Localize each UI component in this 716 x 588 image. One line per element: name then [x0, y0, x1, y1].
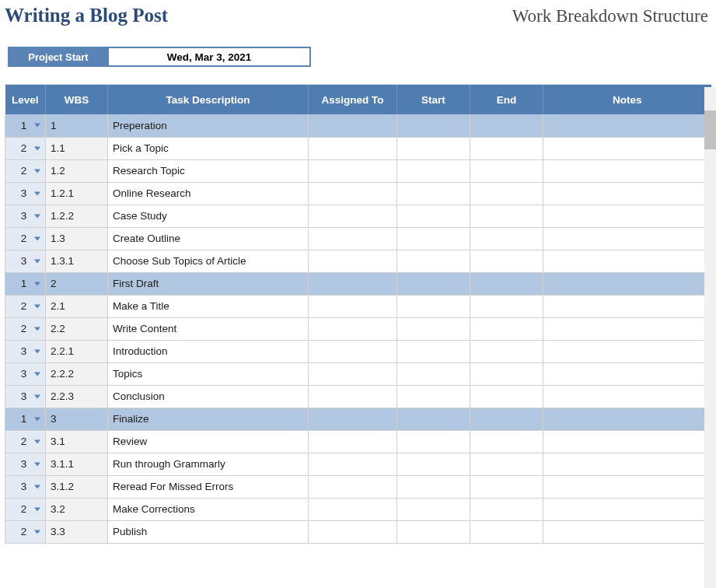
wbs-cell[interactable]: 3	[46, 408, 108, 430]
assigned-to-cell[interactable]	[309, 295, 397, 317]
start-cell[interactable]	[397, 317, 470, 340]
notes-cell[interactable]	[543, 159, 711, 182]
level-cell[interactable]: 1	[5, 114, 46, 137]
table-row[interactable]: 23.1Review	[5, 430, 711, 453]
wbs-cell[interactable]: 2.1	[46, 295, 108, 317]
assigned-to-cell[interactable]	[309, 317, 397, 340]
notes-cell[interactable]	[543, 272, 711, 295]
task-description-cell[interactable]: Write Content	[108, 317, 309, 340]
wbs-cell[interactable]: 2.2.3	[46, 385, 108, 408]
col-header-wbs[interactable]: WBS	[46, 85, 108, 114]
table-row[interactable]: 22.2Write Content	[5, 317, 711, 340]
start-cell[interactable]	[397, 385, 470, 408]
dropdown-arrow-icon[interactable]	[34, 439, 40, 443]
dropdown-arrow-icon[interactable]	[34, 530, 40, 534]
wbs-cell[interactable]: 2.2.1	[46, 340, 108, 362]
col-header-level[interactable]: Level	[5, 85, 46, 114]
notes-cell[interactable]	[543, 385, 711, 408]
wbs-cell[interactable]: 1	[46, 114, 108, 137]
dropdown-arrow-icon[interactable]	[34, 485, 40, 488]
level-cell[interactable]: 3	[5, 475, 46, 498]
col-header-end[interactable]: End	[470, 85, 543, 114]
end-cell[interactable]	[470, 250, 543, 272]
task-description-cell[interactable]: Finalize	[108, 408, 309, 430]
task-description-cell[interactable]: Review	[108, 430, 309, 453]
end-cell[interactable]	[470, 362, 543, 385]
dropdown-arrow-icon[interactable]	[34, 304, 40, 308]
table-row[interactable]: 32.2.2Topics	[5, 362, 711, 385]
end-cell[interactable]	[470, 295, 543, 317]
notes-cell[interactable]	[543, 430, 711, 453]
dropdown-arrow-icon[interactable]	[34, 394, 40, 398]
notes-cell[interactable]	[543, 453, 711, 475]
assigned-to-cell[interactable]	[309, 475, 397, 498]
dropdown-arrow-icon[interactable]	[34, 507, 40, 511]
assigned-to-cell[interactable]	[309, 272, 397, 295]
start-cell[interactable]	[397, 159, 470, 182]
start-cell[interactable]	[397, 408, 470, 430]
table-row[interactable]: 32.2.3Conclusion	[5, 385, 711, 408]
dropdown-arrow-icon[interactable]	[34, 146, 40, 150]
task-description-cell[interactable]: First Draft	[108, 272, 309, 295]
table-row[interactable]: 31.2.1Online Research	[5, 182, 711, 205]
project-start-value[interactable]: Wed, Mar 3, 2021	[109, 47, 311, 67]
level-cell[interactable]: 2	[5, 227, 46, 250]
table-row[interactable]: 21.2Research Topic	[5, 159, 711, 182]
end-cell[interactable]	[470, 430, 543, 453]
wbs-cell[interactable]: 2.2.2	[46, 362, 108, 385]
dropdown-arrow-icon[interactable]	[34, 282, 40, 285]
start-cell[interactable]	[397, 520, 470, 543]
dropdown-arrow-icon[interactable]	[34, 124, 40, 128]
end-cell[interactable]	[470, 114, 543, 137]
notes-cell[interactable]	[543, 340, 711, 362]
start-cell[interactable]	[397, 453, 470, 475]
assigned-to-cell[interactable]	[309, 250, 397, 272]
col-header-assigned[interactable]: Assigned To	[309, 85, 397, 114]
dropdown-arrow-icon[interactable]	[34, 372, 40, 376]
table-row[interactable]: 23.2Make Corrections	[5, 498, 711, 520]
task-description-cell[interactable]: Case Study	[108, 205, 309, 227]
level-cell[interactable]: 2	[5, 137, 46, 159]
end-cell[interactable]	[470, 205, 543, 227]
start-cell[interactable]	[397, 475, 470, 498]
task-description-cell[interactable]: Make a Title	[108, 295, 309, 317]
assigned-to-cell[interactable]	[309, 408, 397, 430]
assigned-to-cell[interactable]	[309, 453, 397, 475]
notes-cell[interactable]	[543, 317, 711, 340]
assigned-to-cell[interactable]	[309, 498, 397, 520]
table-row[interactable]: 11Preperation	[5, 114, 711, 137]
task-description-cell[interactable]: Publish	[108, 520, 309, 543]
assigned-to-cell[interactable]	[309, 182, 397, 205]
task-description-cell[interactable]: Online Research	[108, 182, 309, 205]
task-description-cell[interactable]: Introduction	[108, 340, 309, 362]
start-cell[interactable]	[397, 182, 470, 205]
wbs-cell[interactable]: 1.1	[46, 137, 108, 159]
level-cell[interactable]: 3	[5, 385, 46, 408]
end-cell[interactable]	[470, 408, 543, 430]
task-description-cell[interactable]: Choose Sub Topics of Article	[108, 250, 309, 272]
level-cell[interactable]: 3	[5, 340, 46, 362]
assigned-to-cell[interactable]	[309, 362, 397, 385]
notes-cell[interactable]	[543, 182, 711, 205]
table-row[interactable]: 22.1Make a Title	[5, 295, 711, 317]
assigned-to-cell[interactable]	[309, 520, 397, 543]
col-header-start[interactable]: Start	[397, 85, 470, 114]
level-cell[interactable]: 2	[5, 498, 46, 520]
assigned-to-cell[interactable]	[309, 227, 397, 250]
notes-cell[interactable]	[543, 475, 711, 498]
scrollbar-thumb[interactable]	[704, 110, 716, 149]
wbs-cell[interactable]: 3.1	[46, 430, 108, 453]
start-cell[interactable]	[397, 205, 470, 227]
level-cell[interactable]: 1	[5, 408, 46, 430]
end-cell[interactable]	[470, 453, 543, 475]
end-cell[interactable]	[470, 520, 543, 543]
table-row[interactable]: 33.1.1Run through Grammarly	[5, 453, 711, 475]
task-description-cell[interactable]: Conclusion	[108, 385, 309, 408]
table-row[interactable]: 31.3.1Choose Sub Topics of Article	[5, 250, 711, 272]
wbs-cell[interactable]: 1.2.1	[46, 182, 108, 205]
end-cell[interactable]	[470, 227, 543, 250]
task-description-cell[interactable]: Reread For Missed Errors	[108, 475, 309, 498]
level-cell[interactable]: 3	[5, 182, 46, 205]
assigned-to-cell[interactable]	[309, 385, 397, 408]
table-row[interactable]: 33.1.2Reread For Missed Errors	[5, 475, 711, 498]
